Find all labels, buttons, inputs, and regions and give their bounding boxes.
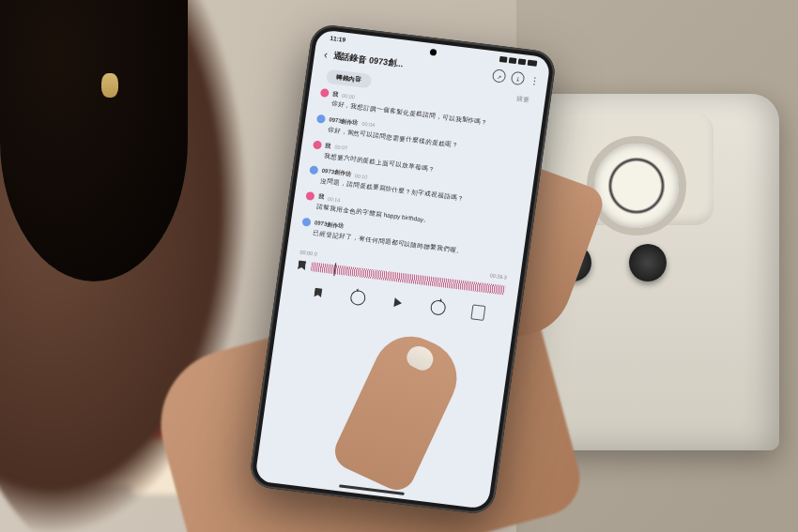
person-hair [0,0,188,281]
more-icon[interactable]: ⋮ [529,75,539,86]
wifi-icon [509,57,517,64]
share-icon[interactable]: ↗ [492,68,507,84]
timestamp: 00:10 [354,173,368,180]
back-button[interactable]: ‹ [323,48,329,61]
avatar [313,140,322,149]
transcript-body[interactable]: 我00:00 你好，我想訂購一個客製化蛋糕請問，可以我製作嗎？ 0973創作坊0… [289,87,543,264]
gold-earring [101,73,118,98]
timestamp: 00:00 [342,92,356,99]
bookmark-button[interactable] [310,284,327,301]
photo-scene: 11:19 ‹ 通話錄音 0973創... ↗ ⤓ ⋮ 轉錄內容 摘要 [0,0,798,532]
machine-knob-right [629,244,667,281]
tab-summary[interactable]: 摘要 [516,96,530,106]
play-button[interactable] [390,294,407,311]
avatar [309,165,318,175]
timestamp: 00:14 [327,195,341,203]
status-time: 11:19 [330,35,345,43]
pressure-gauge [587,136,686,236]
battery-icon [528,59,538,66]
forward-10-button[interactable] [429,299,446,316]
signal-icon [499,55,508,62]
bookmark-icon[interactable] [298,260,306,270]
avatar [305,191,315,201]
export-icon[interactable]: ⤓ [511,71,526,86]
rewind-10-button[interactable] [349,289,366,306]
avatar [320,88,330,98]
speaker-label: 我 [317,193,324,203]
avatar [301,217,311,226]
speaker-label: 我 [325,142,331,151]
current-time: 00:00.0 [299,249,317,256]
fingernail [404,342,437,374]
speaker-label: 我 [332,90,339,99]
transcript-toggle-button[interactable] [469,304,486,321]
avatar [316,114,326,123]
timestamp: 00:04 [361,121,376,129]
vibrate-icon [518,58,527,65]
total-time: 00:29.3 [489,272,507,280]
timestamp: 00:07 [334,144,348,151]
